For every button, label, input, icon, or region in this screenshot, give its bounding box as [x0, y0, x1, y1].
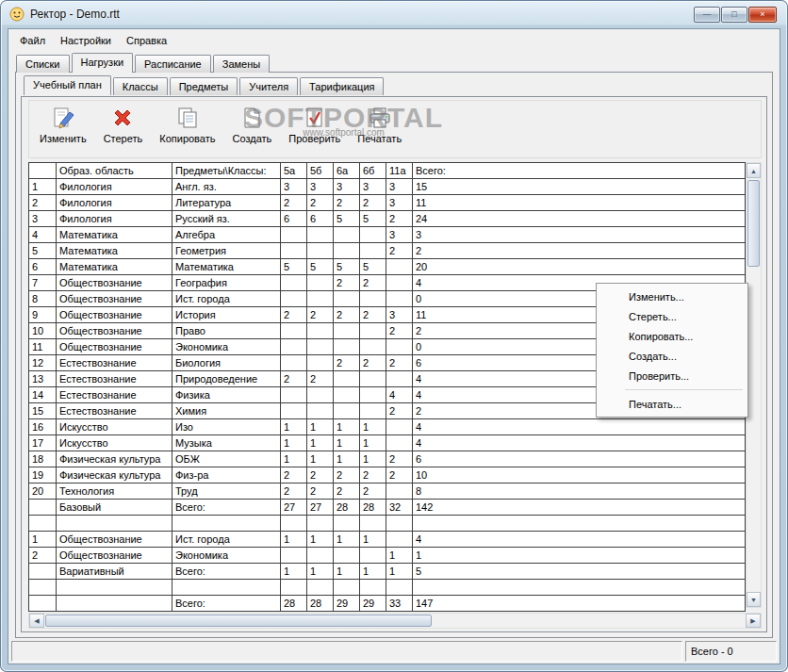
row-number-cell[interactable]: 3 [29, 211, 57, 227]
scroll-left-button[interactable]: ◀ [29, 614, 44, 628]
total-cell[interactable]: 15 [413, 179, 746, 195]
context-menu-item-copy[interactable]: Копировать... [599, 326, 746, 346]
class-value-cell[interactable]: 2 [386, 243, 413, 259]
total-cell[interactable]: 3 [413, 227, 746, 243]
row-number-cell[interactable]: 5 [29, 243, 57, 259]
class-value-cell[interactable] [360, 291, 386, 307]
tab-spiski[interactable]: Списки [16, 55, 70, 73]
class-value-cell[interactable] [334, 291, 360, 307]
class-value-cell[interactable]: 2 [386, 467, 413, 484]
class-value-cell[interactable]: 3 [360, 179, 386, 195]
class-value-cell[interactable]: 1 [307, 451, 334, 467]
vertical-scroll-thumb[interactable] [747, 180, 760, 267]
row-number-cell[interactable]: 13 [29, 371, 57, 387]
subject-cell[interactable]: География [172, 275, 281, 291]
class-value-cell[interactable] [360, 403, 386, 419]
subject-cell[interactable]: Биология [172, 355, 281, 371]
class-value-cell[interactable]: 5 [360, 259, 386, 275]
scroll-up-button[interactable]: ▲ [747, 163, 761, 178]
class-value-cell[interactable] [307, 323, 334, 339]
class-value-cell[interactable] [360, 371, 386, 387]
subject-cell[interactable]: Литература [172, 195, 281, 211]
row-number-cell[interactable]: 14 [29, 387, 57, 403]
tab-raspisanie[interactable]: Расписание [135, 55, 211, 73]
subject-cell[interactable]: Англ. яз. [172, 179, 281, 195]
context-menu-item-erase[interactable]: Стереть... [599, 306, 746, 326]
total-cell[interactable]: 4 [413, 419, 746, 435]
class-value-cell[interactable] [360, 387, 386, 403]
subject-cell[interactable]: Ист. города [172, 291, 281, 307]
class-value-cell[interactable]: 2 [386, 211, 413, 227]
class-value-cell[interactable] [334, 323, 360, 339]
class-value-cell[interactable]: 1 [334, 419, 360, 435]
area-cell[interactable]: Обществознание [57, 323, 172, 339]
class-value-cell[interactable] [386, 532, 413, 548]
class-value-cell[interactable] [334, 387, 360, 403]
subject-cell[interactable]: Музыка [172, 435, 281, 451]
class-value-cell[interactable] [281, 339, 307, 355]
total-cell[interactable]: 10 [413, 467, 746, 484]
context-menu-item-check[interactable]: Проверить... [599, 366, 746, 385]
area-cell[interactable]: Естествознание [57, 403, 172, 419]
subject-cell[interactable]: Математика [172, 259, 281, 275]
tab-zameny[interactable]: Замены [213, 55, 270, 73]
subject-cell[interactable]: Природоведение [172, 371, 281, 387]
class-value-cell[interactable]: 2 [307, 467, 334, 484]
class-value-cell[interactable]: 1 [334, 451, 360, 467]
subtab-uchebnyj-plan[interactable]: Учебный план [24, 75, 111, 95]
total-cell[interactable]: 4 [413, 532, 746, 548]
area-cell[interactable]: Физическая культура [57, 467, 172, 484]
horizontal-scrollbar[interactable]: ◀ ▶ [28, 613, 762, 629]
class-value-cell[interactable]: 5 [334, 211, 360, 227]
total-cell[interactable]: 2 [413, 243, 746, 259]
class-value-cell[interactable]: 1 [307, 419, 334, 435]
class-value-cell[interactable]: 1 [360, 451, 386, 467]
toolbar-button-print[interactable]: Печатать [349, 104, 410, 146]
area-cell[interactable]: Обществознание [57, 339, 172, 355]
maximize-button[interactable]: □ [721, 7, 747, 23]
class-value-cell[interactable]: 2 [360, 467, 386, 484]
scroll-right-button[interactable]: ▶ [746, 614, 761, 628]
class-value-cell[interactable] [386, 291, 413, 307]
class-value-cell[interactable]: 2 [334, 467, 360, 484]
class-value-cell[interactable] [334, 403, 360, 419]
class-value-cell[interactable]: 2 [360, 275, 386, 291]
class-value-cell[interactable] [386, 435, 413, 451]
class-value-cell[interactable]: 3 [307, 179, 334, 195]
row-number-cell[interactable]: 19 [29, 467, 57, 484]
class-value-cell[interactable] [281, 403, 307, 419]
class-value-cell[interactable]: 3 [386, 227, 413, 243]
subject-cell[interactable]: Геометрия [172, 243, 281, 259]
class-value-cell[interactable] [386, 275, 413, 291]
area-cell[interactable]: Обществознание [57, 307, 172, 323]
class-value-cell[interactable]: 6 [307, 211, 334, 227]
total-cell[interactable]: 11 [413, 195, 746, 211]
class-value-cell[interactable]: 2 [281, 307, 307, 323]
subject-cell[interactable]: Экономика [172, 339, 281, 355]
class-value-cell[interactable]: 1 [386, 548, 413, 564]
class-value-cell[interactable] [307, 403, 334, 419]
class-value-cell[interactable]: 1 [281, 451, 307, 467]
toolbar-button-create[interactable]: Создать [223, 104, 280, 146]
class-value-cell[interactable]: 2 [307, 371, 334, 387]
class-value-cell[interactable] [307, 339, 334, 355]
class-value-cell[interactable]: 3 [281, 179, 307, 195]
subtab-klassy[interactable]: Классы [113, 77, 168, 95]
class-value-cell[interactable]: 2 [334, 275, 360, 291]
class-value-cell[interactable] [386, 371, 413, 387]
row-number-cell[interactable]: 4 [29, 227, 57, 243]
scroll-down-button[interactable]: ▼ [747, 592, 761, 607]
class-value-cell[interactable] [334, 227, 360, 243]
class-value-cell[interactable]: 3 [386, 307, 413, 323]
area-cell[interactable]: Искусство [57, 419, 172, 435]
row-number-cell[interactable]: 2 [29, 548, 57, 564]
toolbar-button-copy[interactable]: Копировать [151, 104, 223, 146]
area-cell[interactable]: Филология [57, 195, 172, 211]
class-value-cell[interactable] [281, 548, 307, 564]
class-value-cell[interactable] [386, 339, 413, 355]
row-number-cell[interactable]: 16 [29, 419, 57, 435]
class-value-cell[interactable]: 1 [307, 435, 334, 451]
subject-cell[interactable]: ОБЖ [172, 451, 281, 467]
class-value-cell[interactable]: 3 [386, 195, 413, 211]
subject-cell[interactable]: История [172, 307, 281, 323]
